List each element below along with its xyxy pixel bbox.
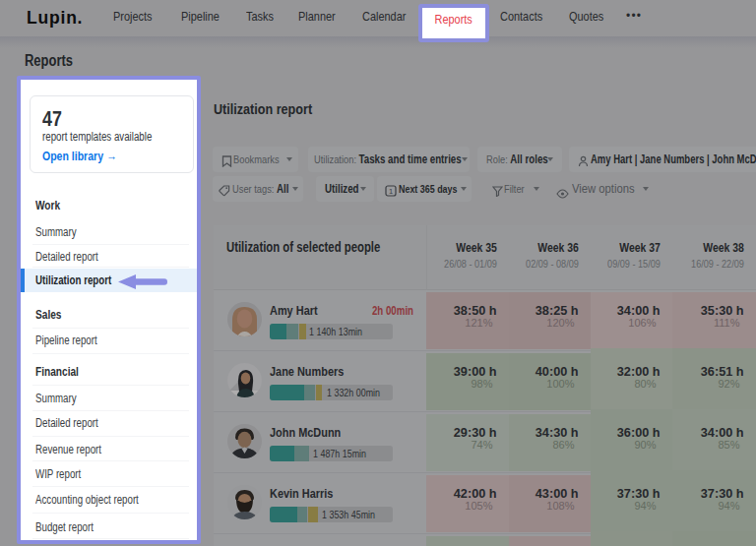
svg-text:1: 1 [389,187,393,196]
